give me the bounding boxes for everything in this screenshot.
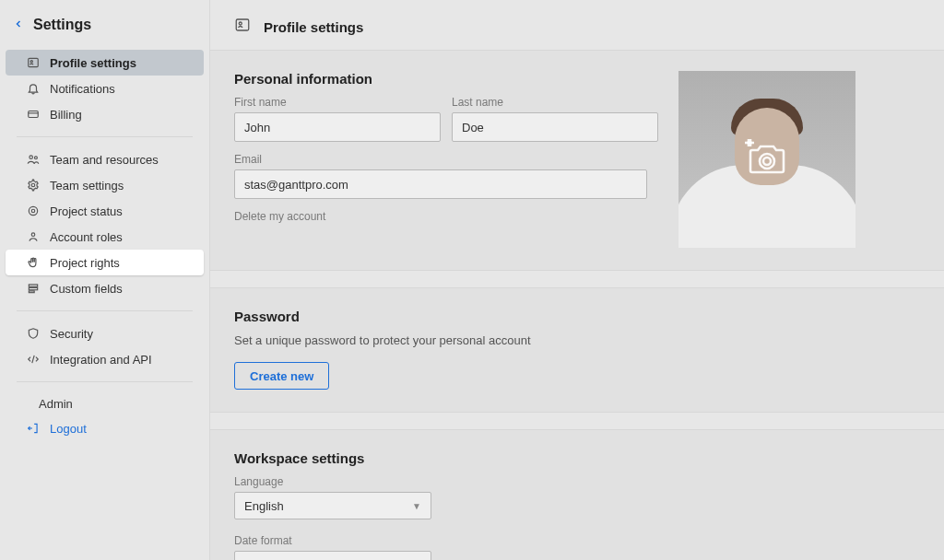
main-content: Profile settings Personal information Fi…	[210, 0, 944, 560]
sidebar-item-custom-fields[interactable]: Custom fields	[6, 275, 204, 301]
first-name-label: First name	[234, 96, 441, 109]
section-heading: Workspace settings	[234, 450, 920, 466]
sidebar-item-label: Logout	[50, 422, 87, 436]
user-role-icon	[26, 230, 41, 243]
sidebar-item-label: Notifications	[50, 82, 115, 96]
sidebar-item-logout[interactable]: Logout	[6, 415, 204, 441]
password-section: Password Set a unique password to protec…	[210, 287, 944, 413]
page-title: Profile settings	[264, 19, 363, 35]
gear-icon	[26, 179, 41, 192]
user-card-icon	[26, 56, 41, 69]
sidebar-divider	[17, 310, 193, 311]
svg-point-1	[30, 61, 32, 63]
sidebar-item-label: Account roles	[50, 230, 123, 244]
sidebar-item-project-rights[interactable]: Project rights	[6, 250, 204, 275]
sidebar-item-label: Team settings	[50, 179, 124, 192]
sidebar-item-integration[interactable]: Integration and API	[6, 346, 204, 372]
date-format-label: Date format	[234, 534, 431, 547]
create-password-button[interactable]: Create new	[234, 362, 329, 390]
svg-point-7	[31, 209, 35, 213]
sidebar-item-label: Security	[50, 327, 93, 341]
settings-sidebar: Settings Profile settings Notifications …	[0, 0, 210, 560]
sidebar-item-label: Team and resources	[50, 153, 159, 167]
sidebar-title: Settings	[33, 17, 91, 33]
section-heading: Password	[234, 309, 920, 324]
svg-point-14	[760, 154, 774, 169]
camera-upload-icon[interactable]	[744, 139, 790, 180]
delete-account-link[interactable]: Delete my account	[234, 210, 658, 223]
sidebar-item-billing[interactable]: Billing	[6, 101, 204, 127]
sidebar-item-label: Integration and API	[50, 353, 152, 367]
avatar-image	[678, 71, 856, 248]
sidebar-item-label: Project rights	[50, 256, 120, 270]
language-select[interactable]: English ▼	[234, 492, 431, 519]
page-header: Profile settings	[210, 0, 944, 50]
personal-info-section: Personal information First name Last nam…	[210, 50, 944, 271]
sidebar-item-security[interactable]: Security	[6, 321, 204, 346]
sidebar-header: Settings	[0, 11, 209, 46]
svg-point-6	[29, 206, 37, 215]
svg-rect-11	[29, 291, 34, 293]
shield-icon	[26, 327, 41, 340]
hand-icon	[26, 256, 41, 269]
last-name-input[interactable]	[452, 112, 658, 142]
sidebar-item-label: Profile settings	[50, 56, 136, 70]
date-format-select[interactable]: 01.26.1993 | MM.DD.YYYY ▼	[234, 551, 431, 560]
chevron-down-icon: ▼	[412, 501, 421, 511]
svg-rect-12	[236, 19, 249, 30]
svg-rect-9	[29, 285, 37, 286]
svg-point-5	[31, 183, 35, 187]
user-card-icon	[234, 17, 251, 37]
sidebar-item-label: Custom fields	[50, 282, 123, 296]
back-chevron-icon[interactable]	[13, 17, 24, 33]
svg-point-13	[239, 22, 242, 25]
language-value: English	[244, 499, 284, 513]
svg-rect-2	[29, 111, 39, 118]
workspace-section: Workspace settings Language English ▼ Da…	[210, 429, 944, 560]
svg-point-4	[34, 157, 37, 159]
sidebar-item-label: Project status	[50, 204, 123, 218]
sidebar-item-profile-settings[interactable]: Profile settings	[6, 50, 204, 76]
sidebar-item-label: Billing	[50, 108, 82, 122]
sidebar-item-team-resources[interactable]: Team and resources	[6, 146, 204, 172]
language-label: Language	[234, 475, 431, 488]
sidebar-divider	[17, 381, 193, 382]
sidebar-item-notifications[interactable]: Notifications	[6, 76, 204, 101]
logout-icon	[26, 422, 41, 435]
bell-icon	[26, 82, 41, 95]
status-icon	[26, 204, 41, 217]
sidebar-divider	[17, 136, 193, 137]
svg-rect-10	[29, 287, 37, 289]
api-icon	[26, 353, 41, 366]
sidebar-item-project-status[interactable]: Project status	[6, 198, 204, 224]
section-heading: Personal information	[234, 71, 658, 87]
card-icon	[26, 108, 41, 121]
sidebar-admin-label: Admin	[0, 391, 209, 415]
sidebar-item-account-roles[interactable]: Account roles	[6, 224, 204, 250]
sidebar-item-team-settings[interactable]: Team settings	[6, 172, 204, 198]
email-label: Email	[234, 153, 647, 166]
users-icon	[26, 153, 41, 166]
svg-point-3	[30, 156, 33, 159]
svg-rect-0	[29, 58, 39, 66]
svg-point-15	[763, 158, 771, 165]
password-hint: Set a unique password to protect your pe…	[234, 333, 920, 347]
first-name-input[interactable]	[234, 112, 441, 142]
last-name-label: Last name	[452, 96, 658, 109]
fields-icon	[26, 282, 41, 295]
email-input[interactable]	[234, 169, 647, 199]
svg-point-8	[31, 233, 35, 236]
